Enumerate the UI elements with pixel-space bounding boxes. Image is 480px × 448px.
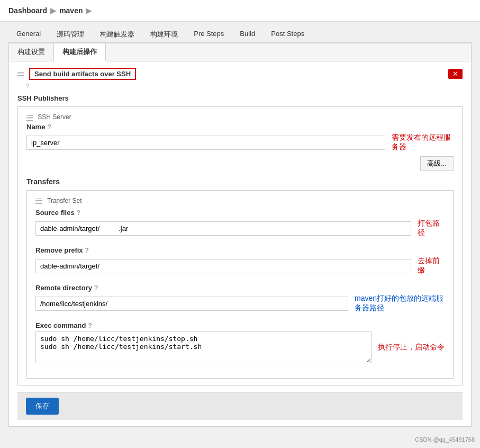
- transfer-set-label: Transfer Set: [35, 197, 445, 204]
- ssh-server-label: SSH Server: [26, 113, 454, 121]
- transfer-set-panel: Transfer Set Source files ? 打包路径: [26, 190, 454, 379]
- breadcrumb-home[interactable]: Dashboard: [8, 6, 47, 15]
- transfers-label: Transfers: [26, 177, 454, 186]
- remove-prefix-label: Remove prefix: [35, 246, 83, 254]
- server-select-wrapper: ip_server 需要发布的远程服务器: [26, 133, 454, 152]
- section-help-icon[interactable]: ?: [26, 83, 30, 90]
- save-button[interactable]: 保存: [26, 398, 59, 415]
- panel-body: Send build artifacts over SSH ✕ ? SSH Pu…: [9, 61, 471, 426]
- advanced-button[interactable]: 高级...: [420, 156, 454, 171]
- breadcrumb-project[interactable]: maven: [59, 6, 83, 15]
- remove-prefix-input[interactable]: [35, 259, 411, 273]
- breadcrumb-bar: Dashboard ▶ maven ▶: [0, 0, 480, 22]
- section-title-row: Send build artifacts over SSH ✕: [17, 68, 463, 80]
- tab-build-env[interactable]: 构建环境: [142, 26, 186, 42]
- section-title: Send build artifacts over SSH: [29, 68, 136, 80]
- drag-handle-transfer: [35, 198, 42, 204]
- ssh-publishers-label: SSH Publishers: [17, 94, 463, 102]
- breadcrumb-sep1: ▶: [50, 6, 56, 15]
- name-label: Name ?: [26, 123, 454, 131]
- exec-command-help[interactable]: ?: [88, 322, 92, 329]
- bottom-bar: 保存: [17, 392, 463, 420]
- remote-directory-help[interactable]: ?: [94, 284, 98, 292]
- main-panel: 构建设置 构建后操作 Send build artifacts over SSH…: [8, 43, 472, 427]
- top-tabs: General 源码管理 构建触发器 构建环境 Pre Steps Build …: [8, 22, 472, 43]
- source-files-input[interactable]: [35, 221, 411, 236]
- watermark: CSDN @qq_45491768: [415, 436, 475, 443]
- delete-button[interactable]: ✕: [448, 69, 463, 79]
- server-select[interactable]: ip_server: [26, 136, 385, 150]
- exec-command-group: Exec command ? sudo sh /home/licc/testje…: [35, 321, 445, 363]
- remote-directory-input[interactable]: [35, 297, 348, 311]
- source-files-help[interactable]: ?: [77, 209, 80, 217]
- sub-tab-post-build[interactable]: 构建后操作: [54, 43, 106, 61]
- remote-directory-group: Remote directory ? maven打好的包放的远端服务器路径: [35, 284, 445, 313]
- tab-pre-steps[interactable]: Pre Steps: [186, 26, 232, 42]
- sub-tabs: 构建设置 构建后操作: [9, 43, 471, 61]
- source-files-annotation: 打包路径: [418, 219, 445, 238]
- remove-prefix-help[interactable]: ?: [85, 247, 89, 254]
- remove-prefix-group: Remove prefix ? 去掉前缀: [35, 246, 445, 275]
- tab-build[interactable]: Build: [232, 26, 263, 42]
- exec-command-textarea[interactable]: sudo sh /home/licc/testjenkins/stop.sh s…: [35, 331, 372, 363]
- drag-handle-inner: [26, 114, 33, 121]
- tab-post-steps[interactable]: Post Steps: [263, 26, 312, 42]
- ssh-server-panel: SSH Server Name ? ip_server 需要发布的远程服务器: [17, 106, 463, 386]
- name-help-icon[interactable]: ?: [47, 123, 51, 131]
- tab-build-triggers[interactable]: 构建触发器: [92, 26, 142, 42]
- drag-handle: [17, 71, 24, 77]
- exec-command-label: Exec command: [35, 321, 86, 329]
- source-files-group: Source files ? 打包路径: [35, 209, 445, 238]
- source-files-label: Source files: [35, 209, 75, 217]
- remote-directory-label: Remote directory: [35, 284, 92, 292]
- exec-command-annotation: 执行停止，启动命令: [378, 343, 445, 352]
- sub-tab-build-settings[interactable]: 构建设置: [9, 43, 54, 61]
- tab-general[interactable]: General: [8, 26, 49, 42]
- tab-source[interactable]: 源码管理: [49, 26, 92, 42]
- remote-directory-annotation: maven打好的包放的远端服务器路径: [355, 294, 445, 313]
- remove-prefix-annotation: 去掉前缀: [418, 256, 445, 275]
- breadcrumb-sep2: ▶: [86, 6, 92, 15]
- advanced-btn-row: 高级...: [26, 156, 454, 171]
- server-annotation: 需要发布的远程服务器: [392, 133, 454, 152]
